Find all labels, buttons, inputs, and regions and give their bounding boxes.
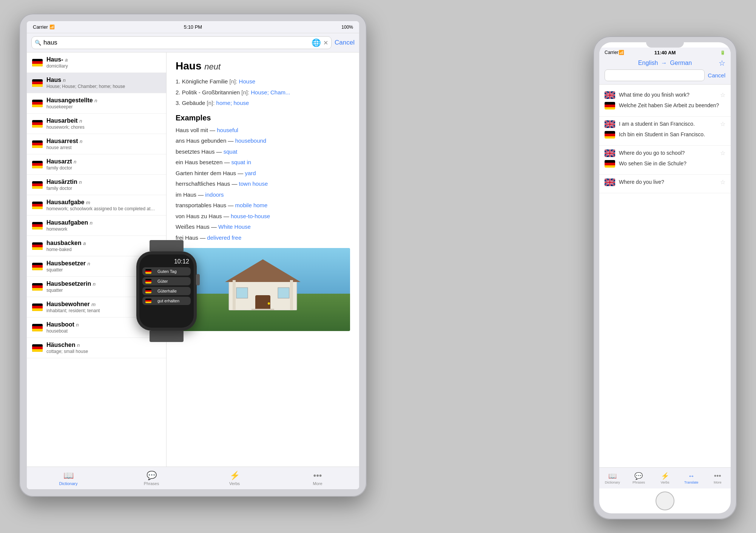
tab-verbs[interactable]: ⚡Verbs xyxy=(193,471,276,486)
phrase-de-text: Ich bin ein Student in San Francisco. xyxy=(619,131,725,139)
word-title: Hausarbeit n xyxy=(46,117,161,124)
phrase-pair-item[interactable]: What time do you finish work? ☆ Welche Z… xyxy=(599,88,731,117)
svg-rect-19 xyxy=(605,102,615,105)
word-list-item[interactable]: Hausarzt n family doctor xyxy=(27,154,166,175)
search-input-wrap[interactable]: 🔍 haus 🌐 ✕ xyxy=(31,36,332,49)
phrases-tab-icon: 💬 xyxy=(147,471,157,481)
dictionary-tab-label: Dictionary xyxy=(605,481,620,484)
tab-phrases[interactable]: 💬Phrases xyxy=(110,471,193,486)
phrase-pair-item[interactable]: I am a student in San Francisco. ☆ Ich b… xyxy=(599,117,731,146)
german-flag-icon xyxy=(32,140,43,148)
watch-list-item[interactable]: Guten Tag xyxy=(142,267,191,276)
phrase-de-row: Welche Zeit haben Sie Arbeit zu beenden? xyxy=(605,102,725,111)
svg-rect-44 xyxy=(605,163,615,165)
verbs-tab-label: Verbs xyxy=(229,481,240,486)
battery-indicator: 100% xyxy=(341,25,353,30)
globe-icon[interactable]: 🌐 xyxy=(312,38,321,47)
svg-rect-20 xyxy=(605,105,615,107)
watch-list-item[interactable]: Güter xyxy=(142,277,191,285)
phrase-star-button[interactable]: ☆ xyxy=(720,91,725,99)
iphone-search-input[interactable] xyxy=(605,69,705,81)
word-subtitle: family doctor xyxy=(46,186,156,191)
word-list-item[interactable]: Häuschen n cottage; small house xyxy=(27,338,166,358)
iphone-tab-verbs[interactable]: ⚡Verbs xyxy=(652,472,678,484)
word-list-item[interactable]: Haus- a domiciliary xyxy=(27,52,166,73)
tab-dictionary[interactable]: 📖Dictionary xyxy=(27,471,110,486)
word-text: Hausarbeit n housework; chores xyxy=(46,117,161,130)
translate-tab-label: Translate xyxy=(684,481,698,484)
example-item: transportables Haus — mobile home xyxy=(176,201,350,210)
iphone-device: Carrier 📶 11:40 AM 🔋 English → German ☆ … xyxy=(593,36,737,519)
example-item: besetztes Haus — squat xyxy=(176,148,350,156)
more-tab-icon: ••• xyxy=(313,471,322,481)
word-list-item[interactable]: Hausärztin n family doctor xyxy=(27,175,166,195)
phrase-star-button[interactable]: ☆ xyxy=(720,120,725,128)
dictionary-tab-icon: 📖 xyxy=(608,472,617,480)
example-item: Haus voll mit — houseful xyxy=(176,126,350,135)
iphone-tab-phrases[interactable]: 💬Phrases xyxy=(626,472,652,484)
iphone-statusbar: Carrier 📶 11:40 AM 🔋 xyxy=(599,48,731,57)
search-query: haus xyxy=(43,39,309,46)
watch-list-item[interactable]: Güterhalle xyxy=(142,287,191,295)
ipad-time: 5:10 PM xyxy=(184,24,202,30)
word-title: Hausaufgabe m xyxy=(46,199,161,206)
dictionary-tab-icon: 📖 xyxy=(63,471,74,481)
iphone-home-button[interactable] xyxy=(656,491,674,510)
favorite-star-button[interactable]: ☆ xyxy=(719,59,725,68)
phrase-pair-item[interactable]: Where do you live? ☆ xyxy=(599,175,731,193)
phrase-en-row: I am a student in San Francisco. ☆ xyxy=(605,120,725,129)
word-list-item[interactable]: Hausangestellte n housekeeper xyxy=(27,93,166,114)
iphone-tab-translate[interactable]: ↔Translate xyxy=(678,472,705,484)
svg-rect-32 xyxy=(605,134,615,136)
watch-item-text: gut erhalten xyxy=(157,299,179,303)
phrases-tab-icon: 💬 xyxy=(634,472,643,480)
word-list-item[interactable]: Hausarrest n house arrest xyxy=(27,134,166,154)
uk-flag-icon xyxy=(605,149,615,159)
german-flag-icon xyxy=(32,202,43,209)
iphone-tab-more[interactable]: •••More xyxy=(704,472,731,484)
clear-icon[interactable]: ✕ xyxy=(323,39,328,46)
iphone-nav: English → German ☆ Cancel xyxy=(599,57,731,85)
definition-meaning-item: 3. Gebäude [n]: home; house xyxy=(176,99,350,108)
phrase-en-row: What time do you finish work? ☆ xyxy=(605,91,725,100)
watch-body: 10:12 Guten TagGüterGüterhallegut erhalt… xyxy=(136,251,197,331)
watch-item-text: Guten Tag xyxy=(157,269,177,274)
word-list-item[interactable]: Hausarbeit n housework; chores xyxy=(27,114,166,134)
iphone-cancel-button[interactable]: Cancel xyxy=(708,72,725,79)
watch-flag-icon xyxy=(145,289,151,293)
word-text: Haus n House; House; Chamber; home; hous… xyxy=(46,77,161,89)
watch-strap-top xyxy=(150,240,184,251)
search-cancel-button[interactable]: Cancel xyxy=(335,39,355,46)
phrase-de-row: Wo sehen Sie in die Schule? xyxy=(605,160,725,169)
svg-rect-43 xyxy=(605,160,615,163)
iphone-tab-dictionary[interactable]: 📖Dictionary xyxy=(599,472,626,484)
ipad-statusbar: Carrier 📶 5:10 PM 100% xyxy=(27,21,359,33)
phrases-tab-label: Phrases xyxy=(144,481,159,486)
svg-rect-33 xyxy=(605,136,615,139)
phrase-star-button[interactable]: ☆ xyxy=(720,149,725,157)
svg-rect-4 xyxy=(278,288,289,298)
word-subtitle: house arrest xyxy=(46,145,156,150)
word-list-item[interactable]: Hausaufgaben n homework xyxy=(27,216,166,236)
word-text: Hausaufgabe m homework; schoolwork assig… xyxy=(46,199,161,211)
word-text: Hausaufgaben n homework xyxy=(46,219,161,232)
word-title: Haus- a xyxy=(46,56,161,63)
word-list-item[interactable]: Haus n House; House; Chamber; home; hous… xyxy=(27,73,166,93)
german-flag-icon xyxy=(32,79,43,87)
watch-item-text: Güterhalle xyxy=(157,289,177,293)
def-word-type: neut xyxy=(204,62,221,71)
phrase-en-text: Where do you live? xyxy=(619,179,716,186)
definition-title: Haus neut xyxy=(176,60,350,72)
watch-list-item[interactable]: gut erhalten xyxy=(142,297,191,305)
translate-tab-icon: ↔ xyxy=(688,472,695,480)
more-tab-label: More xyxy=(714,481,722,484)
word-list-item[interactable]: Hausaufgabe m homework; schoolwork assig… xyxy=(27,195,166,216)
example-item: ans Haus gebunden — housebound xyxy=(176,137,350,145)
phrase-pair-item[interactable]: Where do you go to school? ☆ Wo sehen Si… xyxy=(599,146,731,175)
iphone-wifi-icon: 📶 xyxy=(619,50,624,55)
svg-marker-2 xyxy=(225,259,301,282)
german-flag-icon xyxy=(32,242,43,250)
tab-more[interactable]: •••More xyxy=(276,471,359,486)
definition-meanings: 1. Königliche Familie [n]: House2. Polit… xyxy=(176,77,350,108)
phrase-star-button[interactable]: ☆ xyxy=(720,179,725,186)
